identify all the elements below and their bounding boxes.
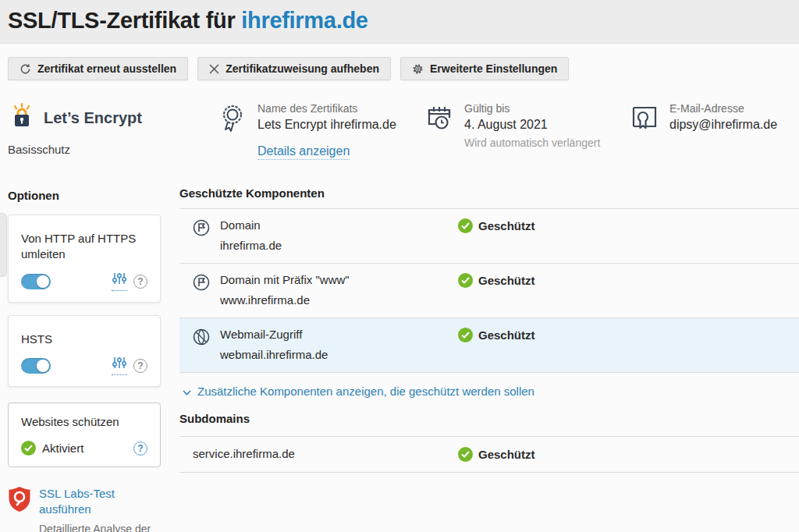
status-text: Geschützt bbox=[478, 273, 535, 288]
gear-icon bbox=[412, 63, 424, 75]
option-title: HSTS bbox=[21, 332, 147, 347]
page-title-domain: ihrefirma.de bbox=[241, 8, 368, 33]
check-circle-icon bbox=[21, 441, 36, 456]
sidebar: Let’s Encrypt Basisschutz Optionen Von H… bbox=[8, 102, 161, 532]
subdomain-name: service.ihrefirma.de bbox=[193, 447, 458, 462]
help-icon[interactable]: ? bbox=[133, 275, 147, 289]
certificate-document-icon bbox=[630, 104, 659, 160]
reissue-icon bbox=[20, 63, 31, 75]
calendar-clock-icon bbox=[425, 104, 453, 160]
component-title: Webmail-Zugriff bbox=[220, 328, 328, 341]
subdomains-heading: Subdomains bbox=[179, 407, 799, 436]
more-components-link[interactable]: Zusätzliche Komponenten anzeigen, die ge… bbox=[197, 385, 534, 398]
qualys-shield-icon bbox=[8, 486, 31, 518]
component-row-domain[interactable]: Domain ihrefirma.de Geschützt bbox=[179, 209, 799, 264]
more-components-row: Zusätzliche Komponenten anzeigen, die ge… bbox=[179, 373, 799, 407]
lets-encrypt-lock-icon bbox=[8, 102, 36, 133]
component-row-webmail[interactable]: Webmail-Zugriff webmail.ihrefirma.de Ges… bbox=[179, 318, 799, 373]
email-label: E-Mail-Adresse bbox=[669, 102, 777, 115]
details-link[interactable]: Details anzeigen bbox=[257, 144, 350, 160]
protect-websites-card: Websites schützen Aktiviert ? bbox=[8, 403, 161, 467]
ssllabs-description: Detaillierte Analyse der SSL- bbox=[39, 522, 161, 532]
component-domain: ihrefirma.de bbox=[220, 239, 282, 252]
protect-card-title: Websites schützen bbox=[21, 414, 147, 430]
component-title: Domain mit Präfix "www" bbox=[220, 273, 350, 286]
option-card-https-redirect: Von HTTP auf HTTPS umleiten ? bbox=[8, 215, 161, 303]
component-title: Domain bbox=[220, 218, 282, 232]
status-text: Geschützt bbox=[478, 328, 535, 342]
reissue-certificate-button[interactable]: Zertifikat erneut ausstellen bbox=[8, 57, 188, 80]
component-domain: www.ihrefirma.de bbox=[220, 293, 350, 307]
https-redirect-toggle[interactable] bbox=[21, 274, 51, 289]
valid-until-block: Gültig bis 4. August 2021 Wird automatis… bbox=[425, 102, 630, 160]
certificate-name-value: Lets Encrypt ihrefirma.de bbox=[257, 118, 396, 132]
component-row-www[interactable]: Domain mit Präfix "www" www.ihrefirma.de… bbox=[179, 264, 799, 318]
email-value: dipsy@ihrefirma.de bbox=[669, 118, 777, 132]
auto-renew-note: Wird automatisch verlängert bbox=[464, 137, 600, 149]
advanced-settings-button[interactable]: Erweiterte Einstellungen bbox=[400, 57, 569, 80]
certificate-seal-icon bbox=[218, 104, 247, 160]
status-text: Geschützt bbox=[478, 218, 535, 233]
check-circle-icon bbox=[458, 218, 473, 233]
unassign-certificate-button[interactable]: Zertifikatzuweisung aufheben bbox=[197, 57, 391, 80]
help-icon[interactable]: ? bbox=[133, 359, 147, 373]
ssllabs-section: SSL Labs-Test ausführen bbox=[8, 486, 161, 518]
options-heading: Optionen bbox=[8, 189, 161, 202]
ssllabs-link[interactable]: SSL Labs-Test ausführen bbox=[39, 487, 115, 516]
option-card-hsts: HSTS ? bbox=[8, 315, 161, 387]
status-badge: Geschützt bbox=[458, 328, 799, 361]
flag-icon bbox=[193, 274, 210, 307]
page-title-text: SSL/TLS-Zertifikat für bbox=[8, 8, 241, 33]
settings-sliders-icon[interactable] bbox=[112, 272, 127, 291]
components-heading: Geschützte Komponenten bbox=[179, 186, 799, 200]
status-badge: Geschützt bbox=[458, 273, 799, 307]
help-icon[interactable]: ? bbox=[133, 442, 147, 456]
check-circle-icon bbox=[458, 273, 473, 288]
subdomain-row[interactable]: service.ihrefirma.de Geschützt bbox=[179, 436, 799, 473]
plan-name: Basisschutz bbox=[8, 143, 161, 156]
page-title: SSL/TLS-Zertifikat für ihrefirma.de bbox=[8, 8, 799, 34]
toolbar: Zertifikat erneut ausstellen Zertifikatz… bbox=[8, 57, 799, 80]
component-domain: webmail.ihrefirma.de bbox=[220, 348, 328, 361]
reissue-label: Zertifikat erneut ausstellen bbox=[37, 62, 176, 75]
main-panel: Name des Zertifikats Lets Encrypt ihrefi… bbox=[179, 102, 799, 532]
certificate-name-label: Name des Zertifikats bbox=[257, 102, 396, 115]
option-title: Von HTTP auf HTTPS umleiten bbox=[21, 231, 147, 263]
chevron-down-icon bbox=[183, 385, 191, 398]
email-block: E-Mail-Adresse dipsy@ihrefirma.de bbox=[630, 102, 799, 160]
provider-name: Let’s Encrypt bbox=[44, 109, 142, 127]
certificate-info-row: Name des Zertifikats Lets Encrypt ihrefi… bbox=[218, 102, 799, 160]
close-icon bbox=[209, 64, 219, 74]
flag-icon bbox=[193, 219, 210, 252]
provider-logo-row: Let’s Encrypt bbox=[8, 102, 161, 133]
status-text: Geschützt bbox=[478, 447, 535, 462]
hsts-toggle[interactable] bbox=[21, 358, 51, 374]
valid-until-label: Gültig bis bbox=[464, 102, 600, 115]
status-badge: Geschützt bbox=[458, 218, 799, 252]
advanced-label: Erweiterte Einstellungen bbox=[430, 62, 557, 75]
toggle-knob bbox=[37, 275, 49, 288]
valid-until-value: 4. August 2021 bbox=[464, 118, 600, 132]
check-circle-icon bbox=[458, 447, 473, 462]
drawer-handle[interactable] bbox=[0, 213, 7, 277]
protect-status: Aktiviert bbox=[42, 442, 83, 455]
unassign-label: Zertifikatzuweisung aufheben bbox=[225, 62, 379, 75]
certificate-name-block: Name des Zertifikats Lets Encrypt ihrefi… bbox=[218, 102, 425, 160]
settings-sliders-icon[interactable] bbox=[112, 356, 127, 375]
check-circle-icon bbox=[458, 328, 473, 342]
status-badge: Geschützt bbox=[458, 447, 799, 462]
page-header: SSL/TLS-Zertifikat für ihrefirma.de bbox=[0, 0, 799, 44]
toggle-knob bbox=[37, 360, 49, 372]
globe-icon bbox=[193, 328, 210, 361]
